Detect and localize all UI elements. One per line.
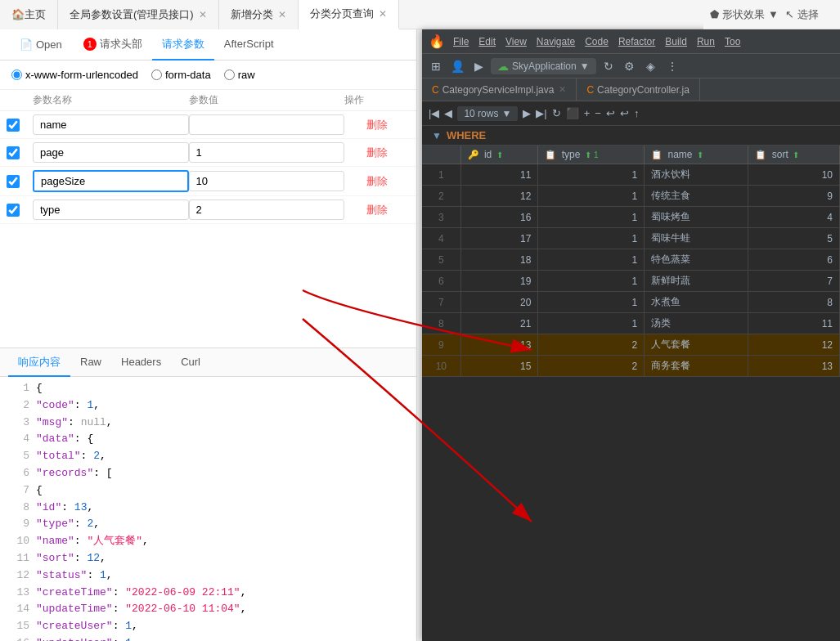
sub-tab-afterscript[interactable]: AfterScript <box>214 29 284 61</box>
param-value-input[interactable] <box>189 114 345 135</box>
user-icon[interactable]: 👤 <box>448 57 466 75</box>
table-row[interactable]: 3161蜀味烤鱼4 <box>422 207 840 228</box>
urlencoded-radio[interactable] <box>11 69 22 80</box>
formdata-radio[interactable] <box>151 69 162 80</box>
refresh-icon[interactable]: ↻ <box>600 57 618 75</box>
left-panel: 📄 Open 1 请求头部 请求参数 AfterScript x-www-for… <box>0 29 417 641</box>
table-row[interactable]: 2121传统主食9 <box>422 186 840 207</box>
response-tab-headers[interactable]: Headers <box>111 347 171 377</box>
filter-icon: ▼ <box>432 130 442 141</box>
table-row[interactable]: 4171蜀味牛蛙5 <box>422 228 840 249</box>
gear-icon[interactable]: ⚙ <box>621 57 639 75</box>
formdata-radio-label[interactable]: form-data <box>151 69 211 81</box>
table-cell: 水煮鱼 <box>645 292 748 313</box>
col-type-header[interactable]: 📋 type ⬆ 1 <box>538 146 645 164</box>
close-icon[interactable]: ✕ <box>278 9 286 20</box>
tab-category-query[interactable]: 分类分页查询 ✕ <box>299 0 399 29</box>
sub-tab-request-headers[interactable]: 1 请求头部 <box>74 29 152 61</box>
ide-menu-item[interactable]: Too <box>725 36 740 47</box>
json-line: 2 "code": 1, <box>0 397 416 415</box>
table-row[interactable]: 5181特色蒸菜6 <box>422 249 840 271</box>
ide-logo: 🔥 <box>429 34 445 49</box>
formdata-label: form-data <box>165 69 211 81</box>
row-checkbox[interactable] <box>7 146 20 159</box>
add-btn[interactable]: + <box>584 107 591 119</box>
param-name-input[interactable] <box>33 114 189 135</box>
ide-menu-item[interactable]: Run <box>697 36 715 47</box>
tab-global-params[interactable]: 全局参数设置(管理员接口) ✕ <box>58 0 219 29</box>
table-row[interactable]: 9132人气套餐12 <box>422 334 840 356</box>
ide-menu: FileEditViewNavigateCodeRefactorBuildRun… <box>453 36 740 47</box>
select-button[interactable]: ↖ 选择 <box>785 7 819 22</box>
param-name-input[interactable] <box>33 170 189 192</box>
sky-application-button[interactable]: ☁ SkyApplication ▼ <box>491 58 596 74</box>
nav-icon[interactable]: ▶ <box>469 57 487 75</box>
db-table-wrap: 🔑 id ⬆ 📋 type ⬆ 1 📋 name <box>422 146 840 641</box>
table-row[interactable]: 6191新鲜时蔬7 <box>422 271 840 292</box>
sub-tab-label: AfterScript <box>224 38 274 50</box>
row-checkbox[interactable] <box>7 119 20 132</box>
table-cell: 2 <box>538 356 645 377</box>
delete-button[interactable]: 删除 <box>344 118 410 132</box>
row-checkbox[interactable] <box>7 204 20 217</box>
ide-file-tab-2[interactable]: C CategoryController.ja <box>577 78 699 101</box>
close-icon[interactable]: ✕ <box>379 8 387 20</box>
sub-tab-request-params[interactable]: 请求参数 <box>152 29 214 61</box>
stop-btn[interactable]: ⬛ <box>566 107 579 119</box>
ide-menu-item[interactable]: View <box>505 36 527 47</box>
line-content: "createTime": "2022-06-09 22:11", <box>36 585 246 602</box>
minus-btn[interactable]: − <box>595 107 601 119</box>
table-row[interactable]: 8211汤类11 <box>422 313 840 334</box>
line-content: "updateTime": "2022-06-10 11:04", <box>36 601 246 618</box>
close-icon[interactable]: ✕ <box>199 9 207 20</box>
raw-radio[interactable] <box>224 69 235 80</box>
ide-menu-item[interactable]: Build <box>665 36 687 47</box>
prev-btn[interactable]: |◀ <box>429 107 439 119</box>
next-btn[interactable]: ▶| <box>536 107 546 119</box>
json-line: 9 "type": 2, <box>0 516 416 533</box>
col-name-header[interactable]: 📋 name ⬆ <box>645 146 748 164</box>
delete-button[interactable]: 删除 <box>344 146 410 160</box>
close-icon[interactable]: ✕ <box>559 84 566 95</box>
param-value-input[interactable] <box>189 199 345 220</box>
up-btn[interactable]: ↑ <box>634 107 640 119</box>
table-row[interactable]: 10152商务套餐13 <box>422 356 840 377</box>
delete-button[interactable]: 删除 <box>344 203 410 217</box>
tab-new-category[interactable]: 新增分类 ✕ <box>219 0 299 29</box>
param-name-input[interactable] <box>33 142 189 163</box>
col-id-header[interactable]: 🔑 id ⬆ <box>460 146 538 164</box>
rows-selector[interactable]: 10 rows ▼ <box>457 106 518 121</box>
urlencoded-radio-label[interactable]: x-www-form-urlencoded <box>11 69 138 81</box>
more-icon[interactable]: ⋮ <box>663 57 681 75</box>
line-content: "sort": 12, <box>36 550 106 567</box>
ide-menu-item[interactable]: File <box>453 36 469 47</box>
open-button[interactable]: 📄 Open <box>8 38 74 51</box>
redo-btn[interactable]: ↩ <box>620 107 629 119</box>
undo-btn[interactable]: ↩ <box>606 107 615 119</box>
ide-menu-item[interactable]: Refactor <box>618 36 655 47</box>
response-tab-curl[interactable]: Curl <box>171 347 210 377</box>
delete-button[interactable]: 删除 <box>344 174 410 189</box>
table-row[interactable]: 7201水煮鱼8 <box>422 292 840 313</box>
settings-icon2[interactable]: ◈ <box>642 57 660 75</box>
param-value-input[interactable] <box>189 171 345 191</box>
ide-file-tab-1[interactable]: C CategoryServiceImpl.java ✕ <box>422 78 577 101</box>
table-row[interactable]: 1111酒水饮料10 <box>422 164 840 186</box>
next-page-btn[interactable]: ▶ <box>523 107 531 119</box>
col-sort-header[interactable]: 📋 sort ⬆ <box>748 146 840 164</box>
shape-effect-button[interactable]: ⬟ 形状效果 ▼ <box>710 7 779 22</box>
db-icon[interactable]: ⊞ <box>427 57 445 75</box>
refresh-btn[interactable]: ↻ <box>552 107 561 119</box>
row-checkbox[interactable] <box>7 175 20 188</box>
prev-page-btn[interactable]: ◀ <box>444 107 452 119</box>
ide-menu-item[interactable]: Code <box>585 36 609 47</box>
raw-radio-label[interactable]: raw <box>224 69 255 81</box>
response-tab-content[interactable]: 响应内容 <box>8 347 70 377</box>
param-name-input[interactable] <box>33 199 189 220</box>
ide-menu-item[interactable]: Navigate <box>537 36 575 47</box>
table-cell: 商务套餐 <box>645 356 748 377</box>
response-tab-raw[interactable]: Raw <box>70 347 111 377</box>
param-value-input[interactable] <box>189 142 345 163</box>
ide-menu-item[interactable]: Edit <box>478 36 496 47</box>
tab-home[interactable]: 🏠 主页 <box>0 0 58 29</box>
